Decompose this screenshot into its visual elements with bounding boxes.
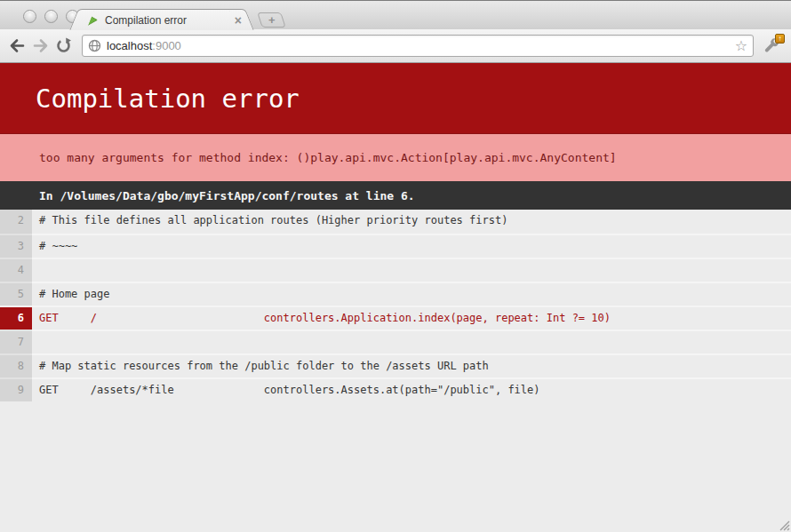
error-message: too many arguments for method index: ()p… [39, 151, 617, 164]
forward-button[interactable] [28, 35, 52, 58]
code-line-6: 6GET / controllers.Application.index(pag… [0, 306, 791, 330]
error-location: In /Volumes/Data/gbo/myFirstApp/conf/rou… [39, 189, 415, 202]
code-line-8: 8# Map static resources from the /public… [0, 353, 791, 377]
code-listing: 2# This file defines all application rou… [0, 210, 791, 401]
bookmark-star-icon[interactable]: ☆ [735, 39, 747, 53]
code-text [32, 259, 39, 282]
error-message-banner: too many arguments for method index: ()p… [0, 133, 791, 181]
resize-grip[interactable] [777, 518, 790, 531]
forward-arrow-icon [32, 38, 49, 53]
error-header: Compilation error [0, 63, 791, 133]
back-button[interactable] [5, 35, 28, 58]
code-text: # Home page [32, 283, 109, 306]
play-framework-icon [85, 13, 99, 27]
line-number: 3 [0, 234, 32, 258]
code-text: # Map static resources from the /public … [32, 355, 489, 377]
page-title: Compilation error [36, 83, 300, 114]
line-number: 6 [0, 307, 32, 331]
url-host: localhost [107, 39, 152, 52]
error-location-bar: In /Volumes/Data/gbo/myFirstApp/conf/rou… [0, 181, 791, 210]
code-line-4: 4 [0, 258, 791, 282]
line-number: 7 [0, 330, 32, 353]
tab-close-icon[interactable]: × [235, 14, 242, 27]
browser-window: Compilation error × + [0, 0, 791, 532]
code-line-7: 7 [0, 330, 791, 353]
up-arrow-icon: ↑ [779, 35, 782, 43]
line-number: 2 [0, 210, 32, 234]
code-line-9: 9GET /assets/*file controllers.Assets.at… [0, 377, 791, 401]
address-bar[interactable]: localhost:9000 ☆ [82, 35, 754, 57]
reload-icon [55, 37, 72, 54]
new-tab-button[interactable]: + [257, 12, 286, 28]
code-line-3: 3# ~~~~ [0, 234, 791, 258]
url-text: localhost:9000 [107, 39, 735, 52]
browser-titlebar: Compilation error × + [0, 0, 791, 29]
error-page: Compilation error too many arguments for… [0, 63, 791, 401]
code-line-5: 5# Home page [0, 282, 791, 306]
back-arrow-icon [9, 38, 26, 53]
code-line-2: 2# This file defines all application rou… [0, 210, 791, 234]
line-number: 4 [0, 258, 32, 282]
code-text: # This file defines all application rout… [32, 210, 507, 234]
globe-icon [88, 39, 101, 52]
code-text [32, 331, 39, 353]
code-text: GET / controllers.Application.index(page… [32, 307, 611, 330]
browser-menu-button[interactable]: ↑ [761, 35, 784, 58]
plus-icon: + [268, 14, 276, 26]
browser-tab[interactable]: Compilation error × [85, 9, 238, 30]
code-text: GET /assets/*file controllers.Assets.at(… [32, 379, 540, 401]
tab-title: Compilation error [105, 14, 229, 27]
line-number: 9 [0, 377, 32, 401]
url-port: :9000 [152, 39, 181, 52]
update-badge: ↑ [775, 34, 785, 44]
line-number: 5 [0, 282, 32, 306]
window-minimize-button[interactable] [44, 10, 58, 23]
line-number: 8 [0, 353, 32, 377]
reload-button[interactable] [52, 35, 75, 58]
window-close-button[interactable] [23, 10, 36, 23]
code-text: # ~~~~ [32, 235, 77, 258]
browser-toolbar: localhost:9000 ☆ ↑ [0, 29, 791, 63]
